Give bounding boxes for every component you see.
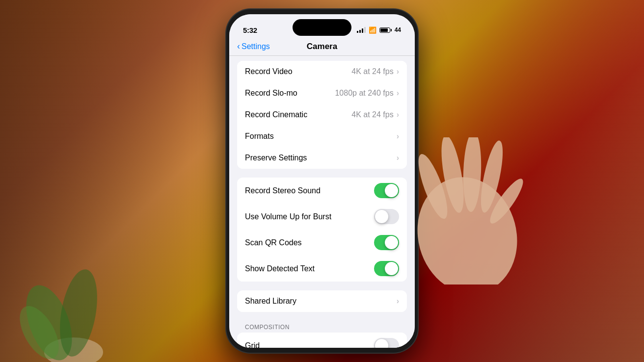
bg-blur-right [448, 0, 644, 362]
back-label: Settings [242, 42, 270, 51]
toggle-thumb [385, 262, 398, 275]
list-item[interactable]: Shared Library › [237, 290, 407, 312]
show-detected-text-toggle[interactable] [374, 261, 399, 276]
row-right: › [397, 154, 399, 162]
list-item[interactable]: Record Cinematic 4K at 24 fps › [237, 104, 407, 126]
row-right: 4K at 24 fps › [351, 110, 399, 119]
signal-bars-icon [357, 27, 366, 33]
list-item[interactable]: Record Slo-mo 1080p at 240 fps › [237, 82, 407, 104]
list-item: Grid [237, 333, 407, 348]
phone-screen: 5:32 📶 44 [229, 14, 415, 348]
chevron-icon: › [397, 67, 399, 76]
list-item[interactable]: Preserve Settings › [237, 147, 407, 169]
shared-library-label: Shared Library [245, 297, 296, 306]
preserve-settings-label: Preserve Settings [245, 154, 307, 162]
use-volume-up-toggle[interactable] [374, 209, 399, 224]
composition-group: Grid Level [237, 333, 407, 348]
record-cinematic-label: Record Cinematic [245, 110, 307, 119]
plant-decoration [0, 215, 147, 362]
battery-percent: 44 [395, 26, 401, 33]
scan-qr-codes-toggle[interactable] [374, 235, 399, 250]
list-item: Scan QR Codes [237, 230, 407, 256]
list-item: Record Stereo Sound [237, 178, 407, 204]
status-bar: 5:32 📶 44 [229, 14, 415, 39]
toggle-thumb [385, 236, 398, 249]
back-chevron-icon: ‹ [237, 41, 240, 52]
record-slomo-label: Record Slo-mo [245, 89, 297, 98]
record-stereo-sound-toggle[interactable] [374, 183, 399, 198]
dynamic-island [293, 19, 351, 36]
toggle-thumb [375, 339, 388, 348]
status-icons: 📶 44 [357, 26, 401, 34]
use-volume-up-label: Use Volume Up for Burst [245, 212, 331, 221]
record-slomo-value: 1080p at 240 fps [335, 89, 393, 98]
chevron-icon: › [397, 89, 399, 98]
list-item: Show Detected Text [237, 256, 407, 282]
video-settings-group: Record Video 4K at 24 fps › Record Slo-m… [237, 61, 407, 169]
row-right: › [397, 132, 399, 141]
chevron-icon: › [397, 110, 399, 119]
record-video-value: 4K at 24 fps [351, 67, 393, 76]
toggle-settings-group: Record Stereo Sound Use Volume Up for Bu… [237, 178, 407, 282]
row-right: 1080p at 240 fps › [335, 89, 399, 98]
status-time: 5:32 [243, 26, 257, 34]
toggle-thumb [385, 184, 398, 197]
grid-toggle[interactable] [374, 338, 399, 348]
grid-label: Grid [245, 341, 260, 348]
chevron-icon: › [397, 297, 399, 306]
record-stereo-sound-label: Record Stereo Sound [245, 186, 321, 195]
chevron-icon: › [397, 154, 399, 162]
wifi-icon: 📶 [369, 26, 376, 34]
row-right: › [397, 297, 399, 306]
formats-label: Formats [245, 132, 274, 141]
shared-library-group: Shared Library › [237, 290, 407, 312]
nav-bar: ‹ Settings Camera [229, 39, 415, 56]
list-item[interactable]: Record Video 4K at 24 fps › [237, 61, 407, 82]
scan-qr-codes-label: Scan QR Codes [245, 238, 302, 247]
battery-icon [379, 27, 392, 33]
record-cinematic-value: 4K at 24 fps [351, 110, 393, 119]
phone-frame: 5:32 📶 44 [226, 9, 418, 353]
back-button[interactable]: ‹ Settings [237, 42, 270, 52]
record-video-label: Record Video [245, 67, 293, 76]
composition-section-label: COMPOSITION [229, 321, 415, 333]
chevron-icon: › [397, 132, 399, 141]
show-detected-text-label: Show Detected Text [245, 264, 315, 273]
page-title: Camera [307, 42, 337, 52]
toggle-thumb [375, 210, 388, 223]
row-right: 4K at 24 fps › [351, 67, 399, 76]
list-item: Use Volume Up for Burst [237, 204, 407, 230]
settings-content: Record Video 4K at 24 fps › Record Slo-m… [229, 56, 415, 348]
list-item[interactable]: Formats › [237, 126, 407, 147]
